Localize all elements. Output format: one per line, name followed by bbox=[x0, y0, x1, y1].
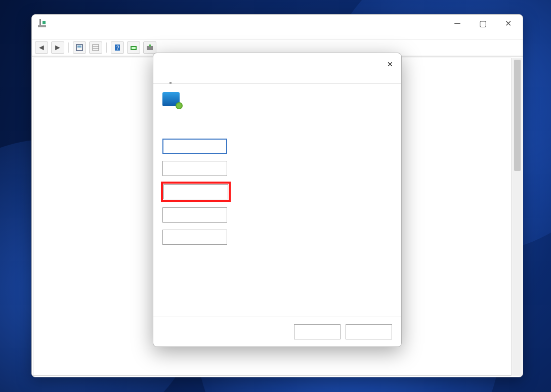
tab-events[interactable] bbox=[188, 75, 190, 83]
dialog-titlebar: ✕ bbox=[153, 53, 401, 75]
svg-rect-11 bbox=[132, 47, 136, 49]
svg-rect-0 bbox=[39, 19, 41, 25]
scan-button[interactable] bbox=[127, 41, 140, 54]
tab-general[interactable] bbox=[160, 75, 162, 83]
driver-details-desc bbox=[241, 139, 392, 142]
svg-text:?: ? bbox=[116, 45, 119, 51]
disable-device-desc bbox=[241, 207, 392, 210]
show-hidden-button[interactable] bbox=[73, 41, 86, 54]
close-button[interactable]: ✕ bbox=[503, 19, 513, 28]
tab-driver[interactable] bbox=[169, 75, 172, 83]
svg-rect-5 bbox=[93, 45, 99, 51]
roll-back-driver-button[interactable] bbox=[163, 184, 228, 199]
uninstall-device-desc bbox=[241, 230, 392, 233]
properties-dialog: ✕ bbox=[153, 53, 402, 347]
close-icon[interactable]: ✕ bbox=[385, 58, 395, 70]
svg-rect-12 bbox=[147, 46, 153, 50]
update-driver-button[interactable] bbox=[162, 161, 227, 176]
tab-details[interactable] bbox=[179, 75, 181, 83]
svg-rect-4 bbox=[77, 46, 81, 48]
forward-button[interactable]: ► bbox=[51, 41, 64, 54]
minimize-button[interactable]: ─ bbox=[453, 19, 462, 28]
svg-rect-13 bbox=[149, 45, 151, 47]
maximize-button[interactable]: ▢ bbox=[478, 19, 487, 28]
driver-details-button[interactable] bbox=[162, 139, 227, 154]
tab-resources[interactable] bbox=[197, 75, 199, 83]
titlebar: ─ ▢ ✕ bbox=[32, 15, 523, 32]
scrollbar[interactable] bbox=[513, 58, 522, 376]
svg-rect-2 bbox=[43, 21, 46, 24]
back-button[interactable]: ◄ bbox=[35, 41, 48, 54]
tab-strip bbox=[153, 75, 401, 84]
menu-file[interactable] bbox=[37, 34, 41, 36]
driver-info bbox=[190, 114, 392, 129]
update-button[interactable] bbox=[143, 41, 156, 54]
menubar bbox=[32, 32, 523, 39]
properties-button[interactable] bbox=[89, 41, 102, 54]
menu-view[interactable] bbox=[63, 34, 67, 36]
uninstall-device-button[interactable] bbox=[162, 230, 227, 245]
help-button[interactable]: ? bbox=[111, 41, 124, 54]
svg-rect-1 bbox=[38, 25, 46, 27]
ok-button[interactable] bbox=[294, 324, 341, 339]
menu-action[interactable] bbox=[50, 34, 54, 36]
update-driver-desc bbox=[241, 161, 392, 164]
disable-device-button[interactable] bbox=[162, 207, 227, 223]
roll-back-driver-desc bbox=[243, 183, 392, 186]
cancel-button[interactable] bbox=[346, 324, 392, 339]
display-adapter-icon bbox=[162, 92, 180, 106]
menu-help[interactable] bbox=[76, 34, 80, 36]
app-icon bbox=[38, 19, 46, 27]
